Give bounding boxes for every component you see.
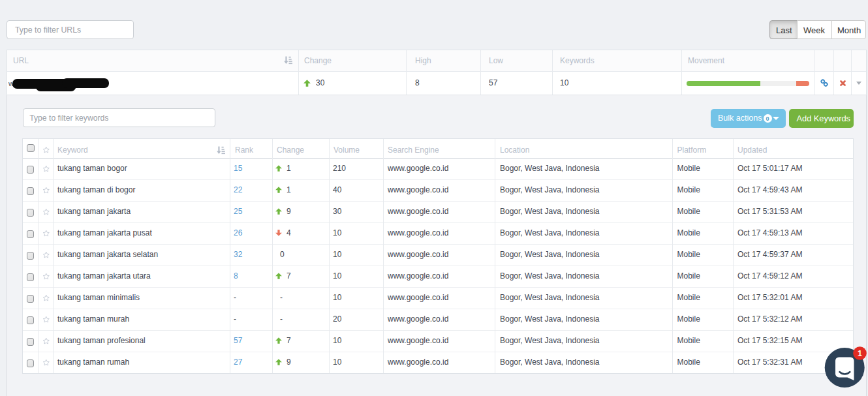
- svg-text:1: 1: [858, 349, 862, 358]
